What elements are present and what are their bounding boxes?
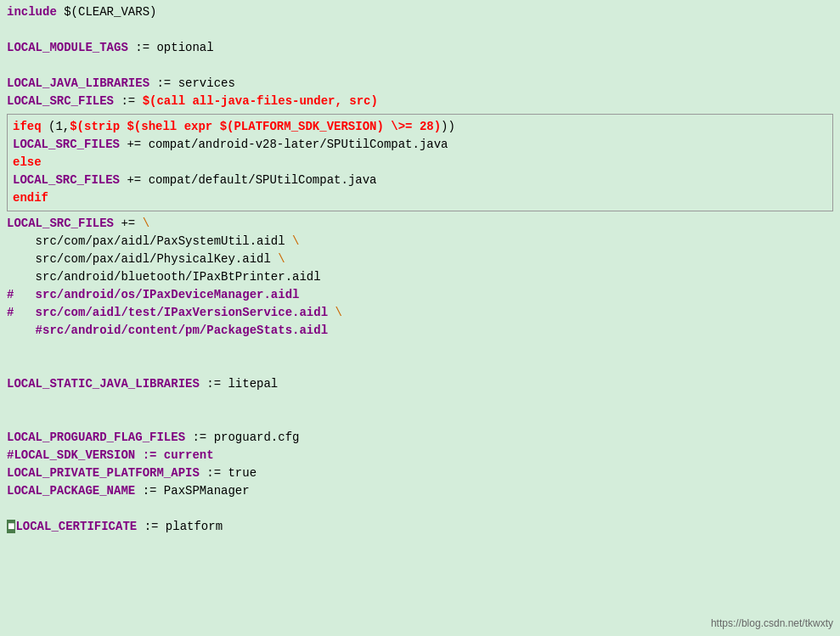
code-line-empty [7, 393, 833, 411]
else-keyword: else [13, 155, 42, 169]
continuation: \ [143, 217, 149, 230]
value: (1, [42, 120, 70, 133]
keyword: LOCAL_SRC_FILES [7, 217, 114, 230]
ifeq-keyword2: $(strip $(shell expr $(PLATFORM_SDK_VERS… [70, 120, 441, 133]
value: := litepal [200, 377, 278, 391]
value: src/android/bluetooth/IPaxBtPrinter.aidl [7, 270, 321, 284]
value: src/com/pax/aidl/PaxSystemUtil.aidl [7, 234, 292, 248]
comment: # src/com/aidl/test/IPaxVersionService.a… [7, 306, 335, 319]
comment: # src/android/os/IPaxDeviceManager.aidl [7, 288, 299, 301]
keyword: LOCAL_MODULE_TAGS [7, 41, 128, 54]
code-line: LOCAL_PRIVATE_PLATFORM_APIS := true [7, 464, 833, 482]
code-line: LOCAL_PACKAGE_NAME := PaxSPManager [7, 482, 833, 500]
continuation: \ [278, 252, 285, 266]
value: += compat/android-v28-later/SPUtilCompat… [120, 138, 448, 151]
code-line: src/com/pax/aidl/PhysicalKey.aidl \ [7, 250, 833, 268]
keyword: LOCAL_SRC_FILES [13, 173, 120, 187]
code-line: LOCAL_JAVA_LIBRARIES := services [7, 75, 833, 93]
value: += compat/default/SPUtilCompat.java [120, 173, 376, 187]
value: )) [441, 120, 455, 133]
code-line: src/android/bluetooth/IPaxBtPrinter.aidl [7, 268, 833, 286]
value: src/com/pax/aidl/PhysicalKey.aidl [7, 252, 278, 266]
keyword: LOCAL_SRC_FILES [13, 138, 120, 151]
value: := PaxSPManager [135, 484, 249, 498]
code-line-empty [7, 21, 833, 39]
code-line-empty [7, 357, 833, 375]
code-container: include $(CLEAR_VARS) LOCAL_MODULE_TAGS … [0, 0, 840, 636]
code-line-empty [7, 411, 833, 429]
value: := platform [137, 520, 223, 533]
comment: #src/android/content/pm/PackageStats.aid… [7, 324, 328, 337]
code-line: include $(CLEAR_VARS) [7, 3, 833, 21]
keyword: LOCAL_JAVA_LIBRARIES [7, 76, 149, 90]
keyword: LOCAL_CERTIFICATE [15, 520, 137, 533]
value: := proguard.cfg [185, 431, 299, 444]
keyword: LOCAL_PRIVATE_PLATFORM_APIS [7, 466, 200, 480]
code-line: # src/com/aidl/test/IPaxVersionService.a… [7, 304, 833, 322]
watermark: https://blog.csdn.net/tkwxty [711, 617, 833, 629]
continuation: \ [292, 234, 299, 248]
keyword: include [7, 5, 57, 19]
code-line-empty [7, 500, 833, 518]
keyword: LOCAL_PACKAGE_NAME [7, 484, 135, 498]
continuation: \ [335, 306, 341, 319]
code-line: LOCAL_SRC_FILES += \ [7, 215, 833, 233]
code-line: LOCAL_MODULE_TAGS := optional [7, 39, 833, 57]
endif-line: endif [13, 189, 827, 207]
code-line-last: ■LOCAL_CERTIFICATE := platform [7, 518, 833, 536]
ifeq-line3: LOCAL_SRC_FILES += compat/default/SPUtil… [13, 172, 827, 189]
value: += [114, 217, 143, 230]
value: := true [200, 466, 257, 480]
ifeq-line: ifeq (1,$(strip $(shell expr $(PLATFORM_… [13, 118, 827, 136]
code-line: LOCAL_PROGUARD_FLAG_FILES := proguard.cf… [7, 429, 833, 447]
code-line: #src/android/content/pm/PackageStats.aid… [7, 322, 833, 340]
keyword: LOCAL_STATIC_JAVA_LIBRARIES [7, 377, 200, 391]
function-call: $(call all-java-files-under, src) [143, 94, 378, 108]
value: := optional [128, 41, 214, 54]
code-line: src/com/pax/aidl/PaxSystemUtil.aidl \ [7, 233, 833, 250]
code-line: LOCAL_STATIC_JAVA_LIBRARIES := litepal [7, 375, 833, 393]
endif-keyword: endif [13, 191, 48, 205]
value: := [114, 94, 143, 108]
keyword: LOCAL_PROGUARD_FLAG_FILES [7, 431, 185, 444]
comment: #LOCAL_SDK_VERSION := current [7, 448, 214, 462]
code-line: LOCAL_SRC_FILES := $(call all-java-files… [7, 93, 833, 110]
code-line-empty [7, 57, 833, 75]
ifeq-line2: LOCAL_SRC_FILES += compat/android-v28-la… [13, 136, 827, 154]
ifeq-block: ifeq (1,$(strip $(shell expr $(PLATFORM_… [7, 114, 833, 211]
else-line: else [13, 154, 827, 172]
code-line: # src/android/os/IPaxDeviceManager.aidl [7, 286, 833, 304]
value: := services [149, 76, 235, 90]
keyword: LOCAL_SRC_FILES [7, 94, 114, 108]
value: $(CLEAR_VARS) [57, 5, 157, 19]
cursor-indicator: ■ [7, 520, 15, 533]
ifeq-keyword: ifeq [13, 120, 42, 133]
code-line: #LOCAL_SDK_VERSION := current [7, 447, 833, 464]
code-line-empty [7, 340, 833, 357]
